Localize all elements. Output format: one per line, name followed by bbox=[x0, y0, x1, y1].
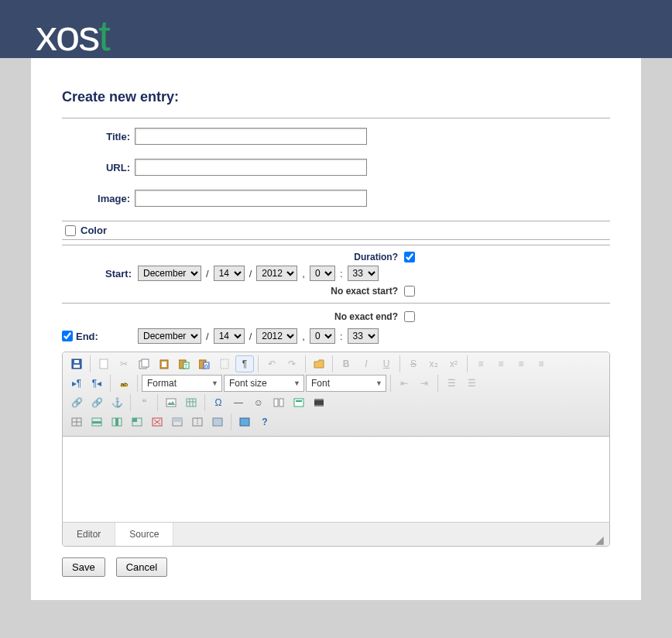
image-input[interactable] bbox=[135, 190, 367, 207]
strike-icon[interactable]: S bbox=[404, 355, 423, 372]
cancel-button[interactable]: Cancel bbox=[116, 557, 167, 577]
svg-rect-28 bbox=[314, 405, 324, 406]
table-props-icon[interactable] bbox=[208, 413, 227, 430]
editor-tab[interactable]: Editor bbox=[63, 523, 115, 546]
iframe-icon[interactable] bbox=[290, 394, 308, 411]
logo: xost bbox=[36, 14, 109, 57]
start-label: Start: bbox=[62, 268, 135, 280]
title-input[interactable] bbox=[135, 128, 367, 145]
start-minute-select[interactable]: 33 bbox=[348, 266, 379, 281]
folder-icon[interactable] bbox=[310, 355, 328, 372]
editor-toolbar: ✂ T W ¶ ↶ ↷ B I U S bbox=[63, 352, 609, 437]
align-right-icon[interactable]: ≡ bbox=[512, 355, 530, 372]
ordered-list-icon[interactable]: ☰ bbox=[442, 375, 461, 392]
table-row-icon[interactable] bbox=[87, 413, 106, 430]
end-checkbox[interactable] bbox=[62, 331, 73, 341]
underline-icon[interactable]: U bbox=[377, 355, 396, 372]
paste-word-icon[interactable]: W bbox=[195, 355, 214, 372]
end-minute-select[interactable]: 33 bbox=[348, 328, 379, 344]
table-col-icon[interactable] bbox=[108, 413, 126, 430]
svg-rect-25 bbox=[296, 400, 302, 402]
logo-accent: t bbox=[98, 11, 109, 58]
align-left-icon[interactable]: ≡ bbox=[471, 355, 490, 372]
save-icon[interactable] bbox=[67, 355, 86, 372]
indent-icon[interactable]: ⇥ bbox=[415, 375, 434, 392]
outdent-icon[interactable]: ⇤ bbox=[395, 375, 413, 392]
link-icon[interactable]: 🔗 bbox=[67, 394, 86, 411]
no-exact-start-checkbox[interactable] bbox=[404, 286, 415, 297]
editor-body[interactable] bbox=[63, 437, 609, 522]
select-all-icon[interactable] bbox=[215, 355, 234, 372]
show-blocks-icon[interactable]: ¶ bbox=[235, 355, 254, 372]
align-justify-icon[interactable]: ≡ bbox=[532, 355, 550, 372]
unlink-icon[interactable]: 🔗 bbox=[87, 394, 106, 411]
table-cell-icon[interactable] bbox=[128, 413, 146, 430]
format-select[interactable]: Format▼ bbox=[142, 375, 222, 392]
resize-handle[interactable]: ◢ bbox=[595, 533, 605, 543]
separator: / bbox=[204, 268, 211, 280]
end-month-select[interactable]: December bbox=[138, 328, 201, 344]
fullscreen-icon[interactable] bbox=[235, 413, 254, 430]
blockquote-icon[interactable]: ❝ bbox=[135, 394, 153, 411]
template-icon[interactable] bbox=[269, 394, 288, 411]
start-year-select[interactable]: 2012 bbox=[256, 266, 297, 281]
image-icon[interactable] bbox=[162, 394, 180, 411]
url-input[interactable] bbox=[135, 159, 367, 176]
svg-rect-17 bbox=[166, 399, 176, 406]
superscript-icon[interactable]: x² bbox=[444, 355, 463, 372]
end-year-select[interactable]: 2012 bbox=[256, 328, 297, 344]
table-icon[interactable] bbox=[182, 394, 201, 411]
font-select[interactable]: Font▼ bbox=[306, 375, 386, 392]
special-char-icon[interactable]: Ω bbox=[209, 394, 228, 411]
color-checkbox[interactable] bbox=[65, 225, 76, 236]
divider bbox=[62, 221, 610, 221]
end-day-select[interactable]: 14 bbox=[214, 328, 245, 344]
new-doc-icon[interactable] bbox=[94, 355, 113, 372]
start-day-select[interactable]: 14 bbox=[214, 266, 245, 281]
table-delete-icon[interactable] bbox=[148, 413, 166, 430]
svg-text:W: W bbox=[204, 363, 209, 369]
media-icon[interactable] bbox=[310, 394, 328, 411]
save-button[interactable]: Save bbox=[62, 557, 105, 577]
start-month-select[interactable]: December bbox=[138, 266, 201, 281]
table-insert-icon[interactable] bbox=[67, 413, 86, 430]
table-merge-icon[interactable] bbox=[168, 413, 187, 430]
hr-icon[interactable]: ― bbox=[229, 394, 248, 411]
no-exact-end-checkbox[interactable] bbox=[404, 311, 415, 322]
emoji-icon[interactable]: ☺ bbox=[249, 394, 268, 411]
format-select-label: Format bbox=[147, 378, 177, 389]
ltr-icon[interactable]: ▸¶ bbox=[67, 375, 86, 392]
separator: , bbox=[300, 268, 307, 280]
table-split-icon[interactable] bbox=[188, 413, 207, 430]
url-label: URL: bbox=[62, 162, 135, 173]
chevron-down-icon: ▼ bbox=[211, 379, 218, 387]
svg-rect-14 bbox=[221, 359, 228, 369]
separator: : bbox=[338, 268, 345, 280]
end-hour-select[interactable]: 0 bbox=[310, 328, 335, 344]
svg-rect-35 bbox=[115, 418, 118, 426]
unordered-list-icon[interactable]: ☰ bbox=[462, 375, 481, 392]
cut-icon[interactable]: ✂ bbox=[115, 355, 133, 372]
paste-icon[interactable] bbox=[155, 355, 173, 372]
fontsize-select[interactable]: Font size▼ bbox=[224, 375, 304, 392]
anchor-icon[interactable]: ⚓ bbox=[108, 394, 126, 411]
duration-checkbox[interactable] bbox=[404, 252, 415, 262]
align-center-icon[interactable]: ≡ bbox=[492, 355, 510, 372]
color-label: Color bbox=[81, 225, 107, 236]
start-hour-select[interactable]: 0 bbox=[310, 266, 335, 281]
bold-icon[interactable]: B bbox=[337, 355, 355, 372]
help-icon[interactable]: ? bbox=[255, 413, 274, 430]
subscript-icon[interactable]: x₂ bbox=[424, 355, 443, 372]
paste-text-icon[interactable]: T bbox=[175, 355, 194, 372]
redo-icon[interactable]: ↷ bbox=[283, 355, 301, 372]
source-tab[interactable]: Source bbox=[115, 523, 173, 546]
separator: , bbox=[300, 331, 307, 342]
rtl-icon[interactable]: ¶◂ bbox=[87, 375, 106, 392]
copy-icon[interactable] bbox=[135, 355, 153, 372]
separator: : bbox=[338, 331, 345, 342]
highlight-icon[interactable]: ab bbox=[115, 375, 133, 392]
undo-icon[interactable]: ↶ bbox=[262, 355, 281, 372]
italic-icon[interactable]: I bbox=[357, 355, 375, 372]
divider bbox=[62, 239, 610, 240]
no-exact-end-label: No exact end? bbox=[334, 311, 398, 322]
